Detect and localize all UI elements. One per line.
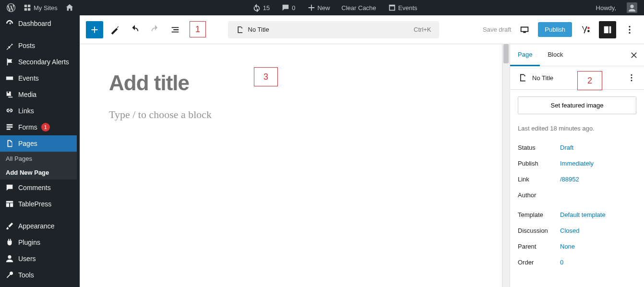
canvas-scrollbar[interactable] xyxy=(502,44,510,287)
new-label: New xyxy=(318,4,330,12)
updates-count: 15 xyxy=(263,4,270,12)
svg-point-3 xyxy=(587,30,590,32)
settings-panel: Page Block No Title Set featured image L… xyxy=(510,44,644,287)
document-overview-button[interactable] xyxy=(167,21,184,38)
brush-icon xyxy=(5,222,14,230)
yoast-button[interactable] xyxy=(577,21,594,38)
close-settings-button[interactable] xyxy=(628,49,640,61)
forms-badge: 1 xyxy=(41,123,50,132)
new-content[interactable]: New xyxy=(304,0,333,15)
wp-logo[interactable] xyxy=(4,0,18,15)
sidebar-item-label: Events xyxy=(18,74,39,82)
add-block-button[interactable] xyxy=(86,21,103,38)
sidebar-item-media[interactable]: Media xyxy=(0,86,77,103)
svg-point-2 xyxy=(587,27,590,29)
sidebar-item-label: Media xyxy=(18,91,36,98)
link-icon xyxy=(5,107,14,115)
my-sites-label: My Sites xyxy=(34,4,58,12)
clear-cache[interactable]: Clear Cache xyxy=(339,0,379,15)
sidebar-item-links[interactable]: Links xyxy=(0,103,77,119)
sidebar-item-label: Dashboard xyxy=(18,20,51,27)
save-draft-button[interactable]: Save draft xyxy=(483,26,511,33)
row-discussion[interactable]: DiscussionClosed xyxy=(510,223,644,239)
comment-icon xyxy=(281,3,290,12)
doc-shortcut: Ctrl+K xyxy=(414,26,431,33)
wrench-icon xyxy=(5,271,14,279)
admin-sidebar: Dashboard Posts Secondary Alerts Events … xyxy=(0,15,77,287)
ticket-icon xyxy=(5,74,14,83)
sidebar-item-label: Tools xyxy=(18,271,34,279)
sidebar-item-tablepress[interactable]: TablePress xyxy=(0,196,77,212)
svg-point-6 xyxy=(629,32,630,33)
sidebar-item-plugins[interactable]: Plugins xyxy=(0,234,77,251)
sidebar-item-dashboard[interactable]: Dashboard xyxy=(0,15,77,32)
redo-button[interactable] xyxy=(146,21,164,38)
sidebar-item-label: Comments xyxy=(18,184,51,191)
sidebar-item-posts[interactable]: Posts xyxy=(0,37,77,54)
sidebar-item-label: Posts xyxy=(18,42,35,49)
sidebar-item-forms[interactable]: Forms1 xyxy=(0,119,77,135)
svg-point-5 xyxy=(629,29,630,30)
sidebar-item-label: Pages xyxy=(18,140,37,147)
comments-icon xyxy=(5,183,14,192)
tools-button[interactable] xyxy=(106,21,123,38)
refresh-icon xyxy=(252,3,261,12)
preview-button[interactable] xyxy=(516,21,533,38)
page-actions-button[interactable] xyxy=(627,73,636,83)
sidebar-item-events[interactable]: Events xyxy=(0,70,77,86)
comments-count: 0 xyxy=(292,4,295,12)
sidebar-item-label: Links xyxy=(18,107,34,115)
svg-point-8 xyxy=(631,77,632,79)
row-template[interactable]: TemplateDefault template xyxy=(510,207,644,223)
pages-submenu: All Pages Add New Page xyxy=(0,152,77,179)
user-avatar[interactable] xyxy=(624,0,640,15)
submenu-add-new-page[interactable]: Add New Page xyxy=(0,166,77,179)
post-body-placeholder[interactable]: Type / to choose a block xyxy=(109,108,473,121)
page-title-label: No Title xyxy=(532,74,553,82)
editor: No Title Ctrl+K Save draft Publish 1 xyxy=(80,15,644,287)
post-title-input[interactable] xyxy=(109,71,473,95)
undo-button[interactable] xyxy=(126,21,143,38)
svg-point-4 xyxy=(629,25,630,27)
row-publish[interactable]: PublishImmediately xyxy=(510,155,644,171)
row-order[interactable]: Order0 xyxy=(510,254,644,270)
tab-block[interactable]: Block xyxy=(540,44,571,66)
sidebar-item-pages[interactable]: Pages xyxy=(0,135,77,152)
publish-button[interactable]: Publish xyxy=(538,22,572,37)
settings-toggle-button[interactable] xyxy=(599,21,616,38)
set-featured-image-button[interactable]: Set featured image xyxy=(518,96,636,114)
tab-page[interactable]: Page xyxy=(510,44,540,66)
flag-icon xyxy=(5,58,14,66)
editor-canvas[interactable]: Type / to choose a block 3 xyxy=(80,44,502,287)
clear-cache-label: Clear Cache xyxy=(342,4,376,12)
sidebar-item-comments[interactable]: Comments xyxy=(0,179,77,196)
sidebar-item-users[interactable]: Users xyxy=(0,251,77,267)
sidebar-item-appearance[interactable]: Appearance xyxy=(0,218,77,234)
updates[interactable]: 15 xyxy=(250,0,273,15)
submenu-all-pages[interactable]: All Pages xyxy=(0,152,77,166)
my-sites[interactable]: My Sites xyxy=(20,0,60,15)
sidebar-item-tools[interactable]: Tools xyxy=(0,267,77,283)
document-bar[interactable]: No Title Ctrl+K xyxy=(228,21,439,38)
howdy[interactable]: Howdy, xyxy=(593,0,619,15)
row-status[interactable]: StatusDraft xyxy=(510,140,644,155)
adminbar: My Sites 15 0 New Clear Cache Events How… xyxy=(0,0,644,15)
doc-title: No Title xyxy=(248,26,269,33)
calendar-icon xyxy=(388,3,396,12)
pin-icon xyxy=(5,41,14,50)
sites-icon xyxy=(23,3,32,12)
settings-tabs: Page Block xyxy=(510,44,644,66)
comments-bubble[interactable]: 0 xyxy=(278,0,298,15)
wordpress-icon xyxy=(7,3,15,12)
row-link[interactable]: Link/88952 xyxy=(510,171,644,187)
home-link[interactable] xyxy=(62,0,77,15)
sidebar-item-secondary-alerts[interactable]: Secondary Alerts xyxy=(0,54,77,70)
sidebar-item-label: Secondary Alerts xyxy=(18,58,69,66)
row-author[interactable]: Author xyxy=(510,187,644,203)
svg-point-0 xyxy=(630,5,633,8)
plug-icon xyxy=(5,238,14,247)
sidebar-item-label: Appearance xyxy=(18,222,55,230)
more-options-button[interactable] xyxy=(621,21,638,38)
row-parent[interactable]: ParentNone xyxy=(510,239,644,254)
events-adminbar[interactable]: Events xyxy=(385,0,420,15)
